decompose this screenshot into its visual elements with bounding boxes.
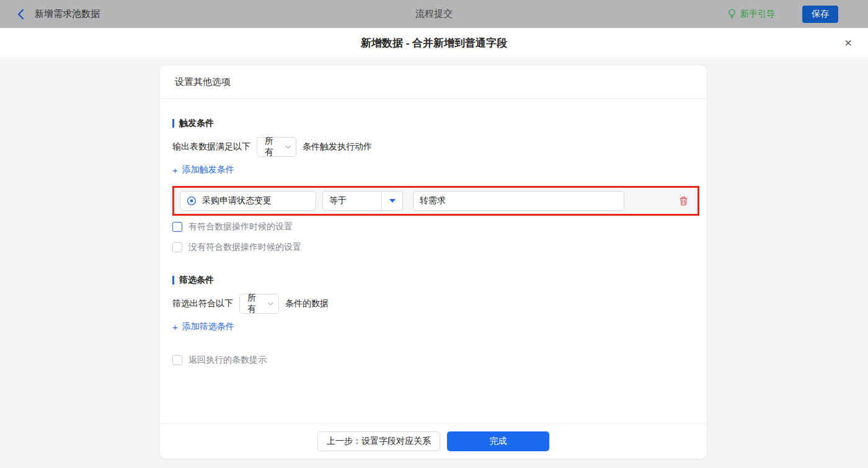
modal-body: 设置其他选项 触发条件 输出表数据满足以下 所有 条件触发执行动作 + 添加触发… xyxy=(0,59,868,468)
back-chevron-icon[interactable] xyxy=(16,9,25,20)
checkbox-no-match-settings[interactable]: 没有符合数据操作时候的设置 xyxy=(172,242,301,253)
save-button[interactable]: 保存 xyxy=(802,6,838,23)
triangle-down-icon xyxy=(389,199,396,203)
topbar: 新增需求池数据 流程提交 新手引导 保存 xyxy=(0,0,868,28)
done-button[interactable]: 完成 xyxy=(447,431,549,451)
filter-match-select[interactable]: 所有 xyxy=(239,294,279,314)
card-header: 设置其他选项 xyxy=(160,66,707,99)
previous-step-button[interactable]: 上一步：设置字段对应关系 xyxy=(317,431,440,451)
checkbox-return-count-tip[interactable]: 返回执行的条数提示 xyxy=(172,355,267,366)
condition-field-select[interactable]: 采购申请状态变更 xyxy=(180,191,316,211)
trigger-sentence-prefix: 输出表数据满足以下 xyxy=(172,141,250,152)
add-filter-condition-link[interactable]: + 添加筛选条件 xyxy=(172,321,234,332)
checkbox-icon[interactable] xyxy=(172,242,182,252)
trash-icon xyxy=(679,196,688,206)
card-content: 触发条件 输出表数据满足以下 所有 条件触发执行动作 + 添加触发条件 采购申请… xyxy=(160,99,707,366)
filter-sentence-suffix: 条件的数据 xyxy=(285,298,329,309)
condition-value-input[interactable] xyxy=(413,191,624,211)
card-footer: 上一步：设置字段对应关系 完成 xyxy=(160,423,707,459)
chevron-down-icon xyxy=(268,302,273,306)
modal-title: 新增数据 - 合并新增到普通字段 xyxy=(361,36,507,50)
modal-header: 新增数据 - 合并新增到普通字段 × xyxy=(0,28,868,58)
section-accent-bar xyxy=(172,276,174,285)
checkbox-icon[interactable] xyxy=(172,355,182,365)
plus-icon: + xyxy=(172,166,178,175)
trigger-section-title: 触发条件 xyxy=(172,118,694,129)
checkbox-has-match-settings[interactable]: 有符合数据操作时候的设置 xyxy=(172,221,293,232)
beginner-guide-link[interactable]: 新手引导 xyxy=(727,9,775,20)
delete-condition-button[interactable] xyxy=(679,196,688,206)
trigger-sentence-suffix: 条件触发执行动作 xyxy=(303,141,372,152)
chevron-down-icon xyxy=(285,145,291,149)
page-title: 新增需求池数据 xyxy=(35,8,100,20)
plus-icon: + xyxy=(172,322,178,332)
trigger-condition-row: 采购申请状态变更 等于 xyxy=(172,186,699,216)
close-icon[interactable]: × xyxy=(844,37,852,49)
guide-label: 新手引导 xyxy=(740,9,775,20)
filter-sentence-prefix: 筛选出符合以下 xyxy=(172,298,233,309)
lightbulb-icon xyxy=(727,9,737,19)
checkbox-icon[interactable] xyxy=(172,222,182,232)
operator-dropdown-toggle[interactable] xyxy=(381,192,402,210)
filter-sentence: 筛选出符合以下 所有 条件的数据 xyxy=(172,294,694,314)
trigger-match-select[interactable]: 所有 xyxy=(257,137,296,157)
back-nav[interactable]: 新增需求池数据 xyxy=(16,8,100,20)
trigger-sentence: 输出表数据满足以下 所有 条件触发执行动作 xyxy=(172,137,694,157)
radio-field-icon xyxy=(187,196,197,206)
section-accent-bar xyxy=(172,119,174,128)
options-card: 设置其他选项 触发条件 输出表数据满足以下 所有 条件触发执行动作 + 添加触发… xyxy=(160,66,707,459)
add-trigger-condition-link[interactable]: + 添加触发条件 xyxy=(172,164,234,175)
condition-operator-select[interactable]: 等于 xyxy=(322,191,403,211)
filter-section-title: 筛选条件 xyxy=(172,275,694,286)
